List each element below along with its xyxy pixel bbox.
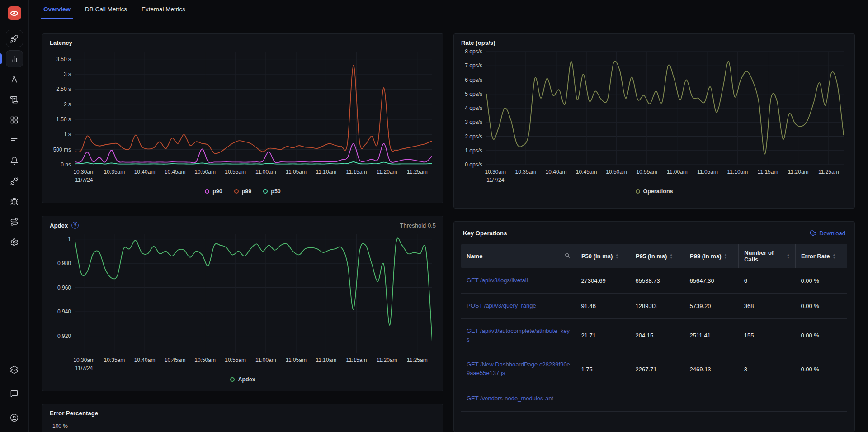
key-operations-table: NameP50 (in ms)▲▼P95 (in ms)▲▼P99 (in ms…: [461, 244, 847, 412]
column-header-number-of-calls[interactable]: Number of Calls▲▼: [739, 244, 796, 268]
svg-text:10:30am: 10:30am: [485, 169, 506, 175]
legend-item-p90[interactable]: p90: [205, 188, 222, 195]
sidebar-item-grid[interactable]: [0, 111, 29, 128]
column-header-p99-in-ms-[interactable]: P99 (in ms)▲▼: [684, 244, 739, 268]
sidebar-item-rocket[interactable]: [0, 30, 29, 47]
svg-text:5 ops/s: 5 ops/s: [465, 91, 482, 97]
legend-item-operations[interactable]: Operations: [636, 188, 673, 195]
svg-text:11:10am: 11:10am: [727, 169, 748, 175]
sidebar-item-bar-chart[interactable]: [0, 50, 29, 67]
svg-text:10:45am: 10:45am: [165, 357, 186, 363]
route-icon: [10, 218, 19, 226]
column-header-name[interactable]: Name: [461, 244, 576, 268]
svg-text:1: 1: [68, 236, 71, 242]
svg-text:10:55am: 10:55am: [225, 169, 246, 175]
legend-item-apdex[interactable]: Apdex: [230, 376, 255, 383]
svg-text:10:50am: 10:50am: [606, 169, 627, 175]
search-icon[interactable]: [564, 252, 570, 260]
sort-icon[interactable]: ▲▼: [833, 253, 836, 259]
sidebar-item-bug[interactable]: [0, 193, 29, 210]
p50-value: 91.46: [576, 293, 630, 318]
svg-text:0 ns: 0 ns: [61, 161, 71, 168]
svg-text:0.920: 0.920: [57, 333, 71, 339]
svg-text:7 ops/s: 7 ops/s: [465, 62, 482, 69]
svg-text:1.50 s: 1.50 s: [56, 116, 71, 123]
main-area: OverviewDB Call MetricsExternal Metrics …: [29, 0, 868, 432]
tab-external-metrics[interactable]: External Metrics: [134, 0, 193, 19]
column-header-p95-in-ms-[interactable]: P95 (in ms)▲▼: [630, 244, 684, 268]
svg-text:11/7/24: 11/7/24: [486, 177, 504, 183]
error-percentage-panel-title: Error Percentage: [50, 410, 98, 417]
legend-item-p50[interactable]: p50: [263, 188, 281, 195]
sidebar-item-layers[interactable]: [7, 362, 22, 377]
apdex-chart[interactable]: 0.9200.9400.9600.980110:30am11/7/2410:35…: [50, 229, 436, 374]
calls-value: 3: [739, 352, 796, 386]
table-row: GET /api/v3/logs/livetail27304.6965538.7…: [461, 268, 847, 293]
sort-icon[interactable]: ▲▼: [724, 253, 727, 259]
cloud-download-icon: [810, 230, 816, 237]
bar-chart-icon: [10, 55, 19, 63]
svg-text:3 ops/s: 3 ops/s: [465, 119, 482, 125]
sidebar-item-plug[interactable]: [0, 172, 29, 190]
legend-ring-icon: [636, 189, 640, 194]
table-row: POST /api/v3/query_range91.461289.335739…: [461, 293, 847, 318]
sidebar-item-scroll[interactable]: [0, 91, 29, 108]
bug-icon: [10, 197, 19, 206]
legend-ring-icon: [205, 189, 209, 194]
operation-name-link[interactable]: GET /api/v3/autocomplete/attribute_keys: [461, 318, 576, 352]
right-column: Rate (ops/s) 0 ops/s1 ops/s2 ops/s3 ops/…: [453, 33, 855, 432]
sort-icon[interactable]: ▲▼: [615, 253, 618, 259]
calls-value: 155: [739, 318, 796, 352]
operation-name-link[interactable]: POST /api/v3/query_range: [461, 293, 576, 318]
column-header-p50-in-ms-[interactable]: P50 (in ms)▲▼: [576, 244, 630, 268]
sidebar: [0, 0, 29, 432]
operation-name-link[interactable]: GET /api/v3/logs/livetail: [461, 268, 576, 293]
sidebar-item-bell[interactable]: [0, 152, 29, 169]
download-button[interactable]: Download: [810, 230, 845, 237]
latency-chart[interactable]: 0 ns500 ms1 s1.50 s2 s2.50 s3 s3.50 s10:…: [50, 46, 436, 185]
svg-text:10:30am: 10:30am: [73, 357, 94, 363]
sidebar-item-chat[interactable]: [7, 386, 22, 401]
svg-text:11:25am: 11:25am: [818, 169, 839, 175]
tab-db-call-metrics[interactable]: DB Call Metrics: [78, 0, 134, 19]
operation-name-link[interactable]: GET /New DashboardPage.c28239f90e9aae55e…: [461, 352, 576, 386]
operation-name-link[interactable]: GET /vendors-node_modules-ant: [461, 386, 576, 412]
column-header-error-rate[interactable]: Error Rate▲▼: [795, 244, 847, 268]
svg-text:11:00am: 11:00am: [255, 169, 276, 175]
p99-value: 2469.13: [684, 352, 739, 386]
table-row: GET /api/v3/autocomplete/attribute_keys2…: [461, 318, 847, 352]
error-axis-label: 100 %: [52, 423, 436, 429]
legend-item-p99[interactable]: p99: [234, 188, 252, 195]
tab-bar: OverviewDB Call MetricsExternal Metrics: [29, 0, 868, 19]
sort-icon[interactable]: ▲▼: [787, 253, 790, 259]
sidebar-item-gear[interactable]: [0, 233, 29, 251]
app-logo[interactable]: [8, 6, 21, 20]
sidebar-item-list[interactable]: [0, 132, 29, 149]
p50-value: 21.71: [576, 318, 630, 352]
error-rate-value: 0.00 %: [795, 293, 847, 318]
list-icon: [10, 136, 19, 145]
rate-chart[interactable]: 0 ops/s1 ops/s2 ops/s3 ops/s4 ops/s5 ops…: [461, 46, 847, 185]
svg-text:1 s: 1 s: [64, 131, 71, 138]
scroll-icon: [10, 95, 19, 104]
svg-text:2 ops/s: 2 ops/s: [465, 133, 482, 140]
sidebar-item-route[interactable]: [0, 213, 29, 230]
svg-text:10:30am: 10:30am: [73, 169, 94, 175]
p95-value: [630, 386, 684, 412]
svg-text:11:20am: 11:20am: [377, 169, 397, 175]
latency-panel: Latency 0 ns500 ms1 s1.50 s2 s2.50 s3 s3…: [42, 33, 443, 203]
p99-value: 2511.41: [684, 318, 739, 352]
sort-icon[interactable]: ▲▼: [670, 253, 673, 259]
calls-value: [739, 386, 796, 412]
p95-value: 2267.71: [630, 352, 684, 386]
p99-value: [684, 386, 739, 412]
sidebar-item-user[interactable]: [7, 410, 22, 425]
help-icon[interactable]: ?: [71, 222, 79, 229]
svg-text:8 ops/s: 8 ops/s: [465, 48, 482, 55]
left-column: Latency 0 ns500 ms1 s1.50 s2 s2.50 s3 s3…: [42, 33, 443, 432]
svg-text:11/7/24: 11/7/24: [75, 365, 93, 371]
legend-ring-icon: [230, 377, 235, 382]
layers-icon: [10, 366, 19, 374]
tab-overview[interactable]: Overview: [36, 0, 78, 19]
sidebar-item-compass[interactable]: [0, 71, 29, 88]
